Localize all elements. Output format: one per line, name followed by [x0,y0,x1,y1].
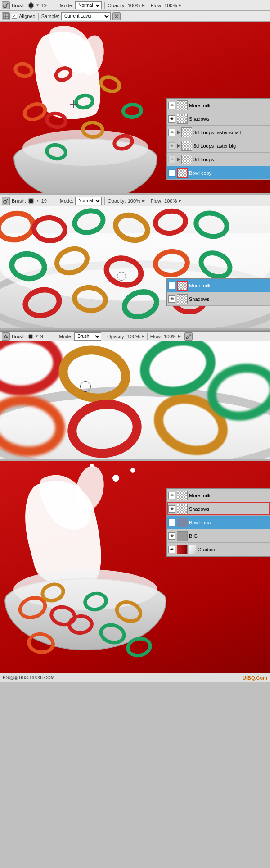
layer-row-shadows[interactable]: 👁 Shadows [167,112,270,126]
flow-label: Flow: [151,3,162,8]
layer-row-4-gradient[interactable]: 👁 Gradient [167,543,270,556]
layer-name-2-shadows: Shadows [189,296,269,302]
sep-3-2 [104,333,104,340]
layer-eye-3d-loops-small[interactable]: 👁 [168,129,176,136]
layer-row-2-more-milk[interactable]: 👁 More milk [167,279,270,292]
layer-eye-shadows[interactable]: 👁 [168,115,176,123]
canvas-1[interactable]: 👁 More milk 👁 Shadows 👁 3d Loops raster … [0,22,270,193]
layer-row-4-shadows[interactable]: 👁 Shadows [167,502,270,516]
layer-row-4-big[interactable]: 👁 BIG [167,529,270,543]
flow-arrow[interactable]: ▶ [179,3,181,7]
opacity-arrow-3[interactable]: ▶ [142,334,144,338]
layer-row-2-shadows[interactable]: 👁 Shadows [167,292,270,306]
opacity-label-1b: Opacity: [108,198,126,204]
sample-select[interactable]: Current Layer [61,12,111,20]
brush-label-1b: Brush: [12,198,26,204]
separator-1 [57,2,57,9]
layer-thumb-shadows [177,114,188,124]
layer-row-more-milk[interactable]: 👁 More milk [167,99,270,112]
brush-preview-3[interactable] [28,334,33,339]
layer-eye-4-big[interactable]: 👁 [168,532,176,540]
layer-name-3d-loops-small: 3d Loops raster small [194,130,269,135]
layer-name-3d-loops: 3d Loops [194,157,269,162]
layer-thumb-4-bowl-final [177,518,188,527]
layer-row-3d-loops[interactable]: 👁 3d Loops [167,153,270,166]
mode-select-3[interactable]: Brush [74,332,101,341]
layer-thumb-4-more-milk [177,491,188,500]
brush-preview[interactable] [28,2,34,9]
layer-eye-4-shadows[interactable]: 👁 [168,505,176,513]
layer-eye-bowl-copy[interactable]: 👁 [168,169,176,177]
svg-point-8 [4,200,6,203]
layer-row-bowl-copy[interactable]: 👁 Bowl copy [167,166,270,180]
layer-name-4-bowl-final: Bowl Final [189,520,269,525]
mode-select[interactable]: Normal [75,1,102,9]
flow-arrow-1b[interactable]: ▶ [179,199,181,203]
canvas-3[interactable] [0,341,270,459]
tool-icon-1[interactable] [2,1,10,9]
svg-point-15 [189,334,190,335]
layer-eye-3d-loops-big[interactable]: 👁 [168,142,176,150]
sep-3-3 [147,333,148,340]
flow-label-1b: Flow: [151,198,162,204]
sep-1b-3 [148,197,148,205]
opacity-arrow-1b[interactable]: ▶ [142,199,145,203]
layer-eye-more-milk[interactable]: 👁 [168,102,176,109]
layer-eye-4-gradient[interactable]: 👁 [168,546,176,553]
brush-preview-1b[interactable] [28,198,34,204]
bottom-bar: PS论坛:BBS.16XX8.COM UiBQ.Com [0,673,270,682]
flow-label-3: Flow: [150,334,162,339]
sep-1b-2 [104,197,105,205]
layer-triangle-big [177,144,180,148]
sep-3-1 [56,333,56,340]
layer-eye-2-shadows[interactable]: 👁 [168,295,176,303]
layer-name-4-big: BIG [189,533,269,539]
opacity-arrow[interactable]: ▶ [142,3,145,7]
layers-panel-2: 👁 More milk 👁 Shadows [166,278,270,306]
separator-2 [104,2,105,9]
mode-label: Mode: [60,3,74,8]
brush-size-value: 19 [41,3,54,8]
layer-name-bowl-copy: Bowl copy [189,170,269,176]
tool-icon-3[interactable] [2,332,10,341]
layer-eye-2-more-milk[interactable]: 👁 [168,282,176,289]
svg-line-1 [6,3,8,5]
layer-eye-4-more-milk[interactable]: 👁 [168,492,176,499]
svg-point-16 [190,334,191,335]
brush-dropdown-arrow[interactable]: ▼ [36,3,40,7]
flow-arrow-3[interactable]: ▶ [178,334,181,338]
toolbar-3: Brush: ▼ 9 Mode: Brush Opacity: 100% ▶ F… [0,331,270,341]
toolbar-2: ✓ Aligned Sample: Current Layer [0,11,270,22]
layer-row-4-more-milk[interactable]: 👁 More milk [167,489,270,502]
layer-row-3d-loops-big[interactable]: 👁 3d Loops raster big [167,139,270,153]
sep-1b-1 [57,197,57,205]
aligned-checkbox[interactable]: ✓ [12,14,17,19]
layer-thumb-3d-loops [181,155,192,164]
layer-row-4-bowl-final[interactable]: 👁 Bowl Final [167,516,270,529]
mode-select-1b[interactable]: Normal [75,197,102,205]
opacity-label: Opacity: [108,3,126,8]
layer-eye-3d-loops[interactable]: 👁 [168,156,176,163]
layer-thumb-2-more-milk [177,281,188,291]
canvas-4[interactable]: 👁 More milk 👁 Shadows 👁 Bowl Final 👁 [0,461,270,673]
sample-extra-icon[interactable] [112,12,121,20]
canvas-2[interactable]: 👁 More milk 👁 Shadows [0,206,270,328]
layer-row-3d-loops-small[interactable]: 👁 3d Loops raster small [167,126,270,139]
brush-dropdown-arrow-3[interactable]: ▼ [35,334,39,338]
layer-eye-4-bowl-final[interactable]: 👁 [168,519,176,526]
layer-thumb-bowl-copy [177,168,188,178]
brush-dropdown-arrow-1b[interactable]: ▼ [36,199,40,203]
opacity-value-3: 100% [127,334,140,339]
aligned-label: Aligned [19,14,36,19]
layer-triangle-small [177,130,180,135]
opacity-value-1b: 100% [128,198,140,204]
tool-icon-2[interactable] [2,12,10,20]
layers-panel-1: 👁 More milk 👁 Shadows 👁 3d Loops raster … [166,98,270,180]
spray-icon[interactable] [184,332,193,341]
bottom-text: PS论坛:BBS.16XX8.COM [3,675,54,681]
canvas-section-2: 👁 More milk 👁 Shadows [0,206,270,328]
tool-icon-1b[interactable] [2,197,10,205]
flow-value-1b: 100% [164,198,177,204]
flow-value-3: 100% [164,334,176,339]
separator-4 [38,13,39,20]
